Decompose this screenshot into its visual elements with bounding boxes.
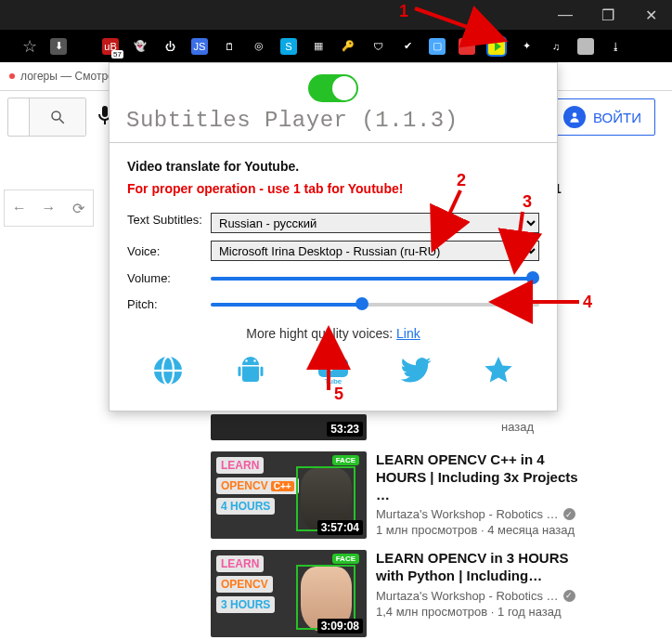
page-back-forward-box: ← → ⟳ (4, 189, 94, 227)
globe-icon[interactable] (149, 354, 187, 395)
search-input[interactable] (8, 99, 29, 135)
subtitles-player-extension-icon[interactable] (488, 38, 505, 55)
key-icon[interactable]: 🔑 (340, 38, 356, 55)
video-stats: 1,4 млн просмотров · 1 год назад (376, 605, 582, 619)
video-thumbnail[interactable]: 53:23 (211, 414, 367, 440)
search-button[interactable] (29, 98, 85, 136)
thumb-text-learn: LEARN (216, 457, 264, 474)
star-icon[interactable] (479, 354, 518, 395)
volume-label: Volume: (127, 271, 211, 285)
titlebar: — ❐ ✕ (0, 0, 672, 30)
thumb-text-learn: LEARN (216, 555, 264, 572)
extension-popup: Subtitles Player (1.1.3) Video translate… (109, 62, 558, 411)
thumb-face-tag: FACE (332, 455, 359, 465)
bookmark-star-icon[interactable]: ☆ (22, 36, 37, 57)
svg-rect-11 (261, 367, 264, 377)
svg-point-4 (573, 112, 577, 117)
video-list: назад 53:23 LEARN OPENCVC++ 4 HOURS FACE… (211, 418, 582, 640)
window-close-button[interactable]: ✕ (629, 0, 672, 30)
downloads-icon[interactable]: ⭳ (607, 38, 624, 55)
voice-label: Voice: (127, 244, 211, 258)
nav-forward-icon[interactable]: → (34, 200, 64, 216)
video-thumbnail[interactable]: LEARN OPENCVC++ 4 HOURS FACE 3:57:04 (211, 451, 367, 539)
video-row: LEARN OPENCVC++ 4 HOURS FACE 3:57:04 LEA… (211, 451, 582, 539)
video-duration-badge: 3:09:08 (317, 619, 363, 633)
socials-row: Tube (127, 354, 539, 395)
video-title[interactable]: LEARN OPENCV C++ in 4 HOURS | Including … (376, 451, 582, 503)
window-maximize-button[interactable]: ❐ (587, 0, 629, 30)
video-stats: 1 млн просмотров · 4 месяца назад (376, 523, 582, 537)
browser-toolbar: ☆ ⬇ uB57 👻 ⏻ JS 🗒 ◎ S ▦ 🔑 🛡 ✔ ▢ ✦ ♫ ⭳ (0, 30, 672, 62)
video-row: LEARN OPENCV 3 HOURS FACE 3:09:08 LEARN … (211, 550, 582, 637)
verified-icon: ✓ (563, 508, 575, 520)
popup-version: (1.1.3) (361, 108, 458, 133)
svg-text:4: 4 (583, 293, 592, 311)
video-duration-badge: 3:57:04 (317, 520, 363, 535)
thumb-text-opencv: OPENCVC++ (216, 477, 299, 494)
subtitles-label: Text Subtitles: (127, 213, 211, 228)
svg-rect-2 (102, 106, 108, 117)
svg-rect-10 (239, 367, 241, 377)
thumb-text-opencv: OPENCV (216, 576, 273, 593)
window-minimize-button[interactable]: — (544, 0, 587, 30)
video-channel[interactable]: Murtaza's Workshop - Robotics …✓ (376, 507, 582, 521)
popup-warning: For proper operation - use 1 tab for You… (127, 181, 539, 196)
pitch-label: Pitch: (127, 297, 211, 311)
voice-select[interactable]: Microsoft Irina Desktop - Russian (ru-RU… (211, 241, 539, 261)
video-title[interactable]: LEARN OPENCV in 3 HOURS with Python | In… (376, 550, 582, 585)
volume-slider[interactable] (211, 268, 539, 287)
verified-icon: ✓ (563, 590, 575, 602)
profile-avatar-icon[interactable] (577, 38, 594, 55)
svg-point-0 (52, 111, 60, 120)
svg-point-8 (245, 359, 247, 361)
video-channel[interactable]: Murtaza's Workshop - Robotics …✓ (376, 589, 582, 603)
person-icon (563, 106, 586, 128)
ublock-badge: 57 (111, 50, 123, 59)
svg-text:Tube: Tube (325, 377, 342, 385)
search-icon (49, 109, 66, 125)
equalizer-icon[interactable]: ♫ (548, 38, 564, 55)
check-icon[interactable]: ✔ (399, 38, 416, 55)
svg-line-1 (59, 119, 64, 124)
video-thumbnail[interactable]: LEARN OPENCV 3 HOURS FACE 3:09:08 (211, 550, 367, 637)
partial-ago-text: назад (501, 420, 534, 434)
notes-icon[interactable]: 🗒 (221, 38, 238, 55)
popup-subtitle: Video translate for Youtube. (127, 159, 539, 174)
shield-icon[interactable]: 🛡 (369, 38, 386, 55)
thumb-face-tag: FACE (332, 554, 359, 564)
android-icon[interactable] (231, 354, 270, 395)
subtitles-select[interactable]: Russian - русский (211, 213, 539, 233)
image-icon[interactable]: ▢ (429, 38, 446, 55)
thumb-text-hours: 4 HOURS (216, 498, 275, 515)
sign-in-label: ВОЙТИ (593, 110, 641, 125)
grid-icon[interactable]: ▦ (310, 38, 327, 55)
favicon-icon (9, 73, 15, 79)
ublock-icon[interactable]: uB57 (102, 38, 119, 55)
search-box (7, 98, 86, 137)
target-icon[interactable]: ◎ (251, 38, 267, 55)
extensions-icon[interactable]: ✦ (518, 38, 535, 55)
red-tag-icon[interactable] (459, 38, 475, 55)
ghost-icon[interactable]: 👻 (132, 38, 149, 55)
download-box-icon[interactable]: ⬇ (50, 38, 67, 55)
nav-back-icon[interactable]: ← (5, 200, 34, 216)
more-voices-link[interactable]: Link (396, 326, 420, 341)
sign-in-button[interactable]: ВОЙТИ (549, 98, 655, 136)
master-toggle[interactable] (126, 74, 540, 102)
twitter-icon[interactable] (396, 354, 435, 395)
youtube-icon[interactable]: Tube (314, 354, 353, 395)
video-duration-badge: 53:23 (327, 422, 363, 437)
thumb-text-hours: 3 HOURS (216, 596, 275, 613)
skype-icon[interactable]: S (280, 38, 297, 55)
more-voices-text: More hight quality voices: Link (127, 326, 539, 341)
blue-app-icon[interactable]: JS (191, 38, 208, 55)
svg-point-9 (253, 359, 255, 361)
power-icon[interactable]: ⏻ (162, 38, 178, 55)
nav-reload-icon[interactable]: ⟳ (63, 200, 93, 217)
pitch-slider[interactable] (211, 294, 539, 313)
popup-title: Subtitles Player (1.1.3) (126, 108, 540, 133)
